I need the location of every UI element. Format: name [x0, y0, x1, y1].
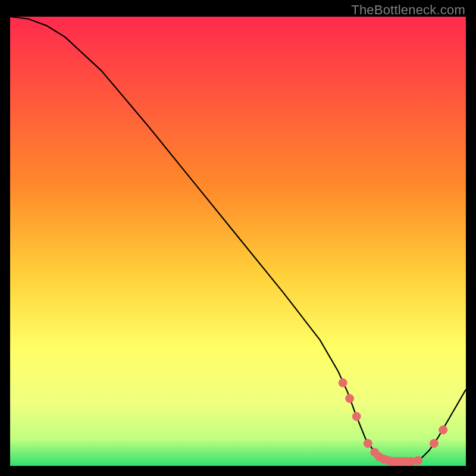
marker-point — [439, 426, 447, 434]
chart-container: TheBottleneck.com — [0, 0, 476, 476]
marker-point — [414, 456, 422, 465]
marker-point — [430, 439, 438, 447]
plot-svg — [10, 17, 466, 466]
watermark-text: TheBottleneck.com — [351, 2, 465, 18]
plot-frame — [10, 17, 466, 466]
marker-point — [346, 394, 354, 403]
gradient-background — [10, 17, 466, 466]
marker-point — [364, 439, 372, 447]
marker-point — [339, 378, 347, 387]
marker-point — [352, 412, 361, 421]
